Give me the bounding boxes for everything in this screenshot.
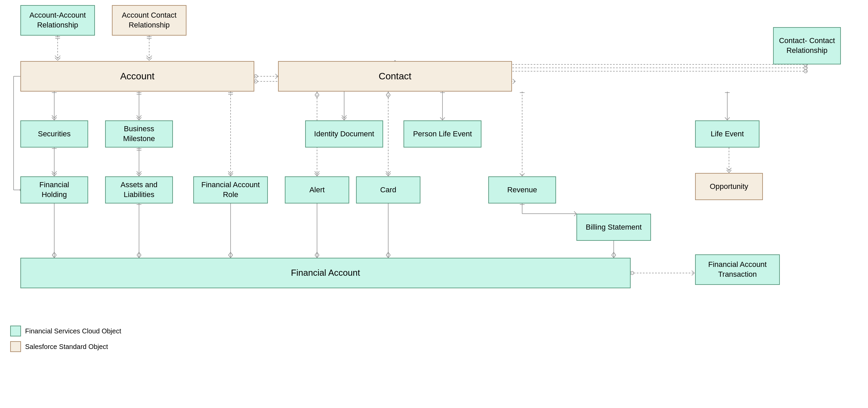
svg-line-66 [137,173,139,176]
svg-line-41 [139,117,141,120]
svg-line-69 [139,171,141,174]
legend: Financial Services Cloud Object Salesfor… [10,326,121,366]
alert-node: Alert [285,176,349,203]
financial-account-transaction-node: Financial Account Transaction [695,254,780,285]
svg-line-50 [344,115,347,118]
svg-line-40 [137,117,139,120]
svg-line-56 [725,117,727,120]
svg-line-68 [137,171,139,174]
svg-line-60 [52,173,54,176]
contact-contact-relationship-node: Contact- Contact Relationship [773,27,841,64]
card-node: Card [356,176,420,203]
svg-marker-106 [52,252,56,258]
svg-line-121 [692,271,694,273]
svg-line-2 [58,58,60,60]
life-event-node: Life Event [695,120,760,148]
diagram-container: Account-Account Relationship Account Con… [0,0,868,373]
svg-line-76 [231,171,233,174]
svg-line-74 [231,173,233,176]
svg-marker-115 [386,252,390,258]
svg-line-43 [139,115,141,118]
svg-line-48 [344,117,347,120]
contact-node: Contact [278,61,512,92]
svg-line-42 [137,115,139,118]
svg-line-82 [315,171,317,174]
svg-line-93 [522,173,525,176]
svg-point-19 [254,80,257,83]
svg-line-81 [317,173,319,176]
account-node: Account [20,61,254,92]
svg-line-96 [727,170,729,173]
svg-line-3 [55,56,58,58]
svg-line-63 [54,171,57,174]
svg-marker-111 [229,252,233,258]
svg-line-61 [54,173,57,176]
svg-line-47 [342,117,344,120]
svg-marker-118 [612,252,616,258]
svg-line-37 [54,115,57,118]
svg-line-10 [146,56,149,58]
assets-liabilities-node: Assets and Liabilities [105,176,173,203]
svg-line-11 [149,56,152,58]
legend-fsc: Financial Services Cloud Object [10,326,121,336]
svg-point-30 [804,66,807,70]
opportunity-node: Opportunity [695,173,763,200]
revenue-node: Revenue [488,176,556,203]
svg-line-9 [149,58,152,60]
svg-line-83 [317,171,319,174]
account-account-relationship-node: Account-Account Relationship [20,5,95,36]
svg-line-86 [386,173,388,176]
legend-fsc-label: Financial Services Cloud Object [25,327,121,335]
svg-line-73 [228,173,231,176]
svg-marker-109 [137,252,141,258]
svg-line-88 [386,171,388,174]
svg-marker-90 [386,92,390,98]
financial-account-role-node: Financial Account Role [193,176,268,203]
financial-holding-node: Financial Holding [20,176,88,203]
svg-line-62 [52,171,54,174]
svg-point-15 [254,75,257,78]
svg-line-20 [513,79,515,81]
svg-line-53 [442,117,445,120]
svg-line-98 [727,168,729,171]
person-life-event-node: Person Life Event [403,120,481,148]
svg-line-75 [228,171,231,174]
svg-line-67 [139,173,141,176]
svg-line-28 [806,64,808,67]
svg-point-32 [804,70,807,73]
svg-line-99 [729,168,731,171]
legend-sf-box [10,341,21,352]
svg-line-92 [520,173,522,176]
business-milestone-node: Business Milestone [105,120,173,148]
svg-line-17 [275,76,278,79]
svg-line-49 [342,115,344,118]
svg-line-80 [315,173,317,176]
svg-line-1 [55,58,58,60]
svg-line-57 [727,117,730,120]
svg-point-120 [630,271,634,275]
svg-line-21 [513,81,515,84]
account-contact-relationship-node: Account Contact Relationship [112,5,186,36]
securities-node: Securities [20,120,88,148]
legend-fsc-box [10,326,21,336]
svg-line-4 [58,56,60,58]
svg-line-35 [54,117,57,120]
svg-line-122 [692,273,694,275]
billing-statement-node: Billing Statement [576,214,651,241]
financial-account-node: Financial Account [20,258,631,288]
svg-line-16 [275,74,278,76]
svg-line-36 [52,115,54,118]
svg-marker-113 [315,252,319,258]
svg-line-34 [52,117,54,120]
svg-line-87 [388,173,391,176]
svg-line-102 [574,211,576,214]
svg-line-89 [388,171,391,174]
svg-line-52 [440,117,442,120]
legend-sf: Salesforce Standard Object [10,341,121,352]
legend-sf-label: Salesforce Standard Object [25,343,108,351]
svg-marker-84 [315,92,319,98]
svg-line-97 [729,170,731,173]
svg-line-103 [574,214,576,216]
svg-line-8 [146,58,149,60]
identity-document-node: Identity Document [305,120,383,148]
